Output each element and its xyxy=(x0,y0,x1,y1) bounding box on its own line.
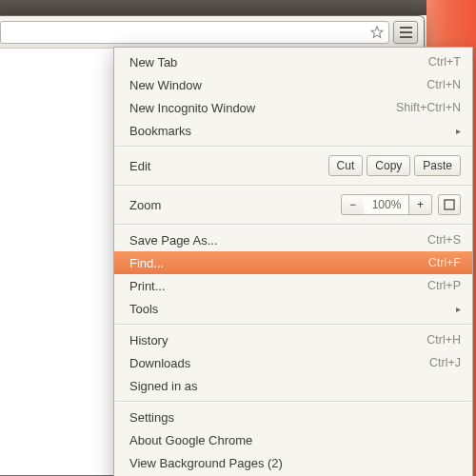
menu-label: History xyxy=(129,333,426,347)
menu-label: Edit xyxy=(129,159,328,173)
menu-label: Settings xyxy=(129,410,461,425)
copy-button[interactable]: Copy xyxy=(367,155,410,176)
menu-label: New Incognito Window xyxy=(129,101,396,115)
menu-item-settings[interactable]: Settings xyxy=(114,406,472,428)
main-menu-button[interactable] xyxy=(393,21,418,44)
menu-item-background-pages[interactable]: View Background Pages (2) xyxy=(114,451,472,474)
menu-label: Signed in as xyxy=(129,379,461,393)
svg-rect-1 xyxy=(445,200,454,209)
menu-shortcut: Ctrl+H xyxy=(426,333,461,347)
menu-separator xyxy=(115,401,471,402)
fullscreen-button[interactable] xyxy=(438,194,461,215)
menu-item-edit: Edit Cut Copy Paste xyxy=(114,150,472,181)
menu-shortcut: Ctrl+J xyxy=(429,356,461,369)
menu-label: Zoom xyxy=(129,198,341,212)
main-menu: New Tab Ctrl+T New Window Ctrl+N New Inc… xyxy=(113,47,473,476)
zoom-in-button[interactable]: + xyxy=(408,194,432,215)
menu-label: About Google Chrome xyxy=(129,433,461,447)
chevron-right-icon: ▸ xyxy=(456,126,461,136)
menu-shortcut: Shift+Ctrl+N xyxy=(396,101,461,114)
hamburger-icon xyxy=(400,27,412,29)
menu-separator xyxy=(115,146,471,147)
menu-item-find[interactable]: Find... Ctrl+F xyxy=(114,251,472,274)
paste-button[interactable]: Paste xyxy=(414,155,461,176)
menu-item-new-tab[interactable]: New Tab Ctrl+T xyxy=(114,50,472,73)
menu-item-zoom: Zoom − 100% + xyxy=(114,189,472,220)
svg-marker-0 xyxy=(371,27,383,37)
menu-label: New Tab xyxy=(129,55,428,69)
menu-label: Tools xyxy=(129,302,452,316)
menu-label: View Background Pages (2) xyxy=(129,456,461,470)
menu-shortcut: Ctrl+T xyxy=(428,55,461,69)
desktop-panel xyxy=(0,0,426,15)
menu-item-bookmarks[interactable]: Bookmarks ▸ xyxy=(114,119,472,142)
fullscreen-icon xyxy=(444,199,455,210)
menu-separator xyxy=(115,185,471,186)
bookmark-star-icon[interactable] xyxy=(369,25,385,40)
menu-label: Find... xyxy=(129,256,428,270)
cut-button[interactable]: Cut xyxy=(328,155,364,176)
menu-item-new-incognito[interactable]: New Incognito Window Shift+Ctrl+N xyxy=(114,96,472,119)
menu-item-history[interactable]: History Ctrl+H xyxy=(114,328,472,351)
chevron-right-icon: ▸ xyxy=(456,304,461,314)
zoom-out-button[interactable]: − xyxy=(341,194,365,215)
menu-shortcut: Ctrl+S xyxy=(427,233,461,247)
menu-separator xyxy=(115,324,471,325)
menu-item-downloads[interactable]: Downloads Ctrl+J xyxy=(114,351,472,374)
menu-label: Print... xyxy=(129,279,427,293)
zoom-percentage: 100% xyxy=(364,194,409,215)
menu-label: Bookmarks xyxy=(129,124,452,138)
menu-shortcut: Ctrl+F xyxy=(428,256,461,269)
menu-shortcut: Ctrl+N xyxy=(426,78,461,91)
menu-label: New Window xyxy=(129,78,426,92)
menu-separator xyxy=(115,224,471,225)
menu-item-save-as[interactable]: Save Page As... Ctrl+S xyxy=(114,228,472,251)
menu-label: Downloads xyxy=(129,356,429,370)
address-bar[interactable] xyxy=(0,21,389,44)
menu-item-tools[interactable]: Tools ▸ xyxy=(114,297,472,320)
zoom-controls: − 100% + xyxy=(341,194,432,215)
menu-item-new-window[interactable]: New Window Ctrl+N xyxy=(114,73,472,96)
menu-item-print[interactable]: Print... Ctrl+P xyxy=(114,274,472,297)
menu-item-signed-in[interactable]: Signed in as xyxy=(114,374,472,397)
menu-label: Save Page As... xyxy=(129,233,427,248)
menu-shortcut: Ctrl+P xyxy=(427,279,461,292)
menu-item-about[interactable]: About Google Chrome xyxy=(114,428,472,451)
browser-toolbar xyxy=(0,16,424,49)
